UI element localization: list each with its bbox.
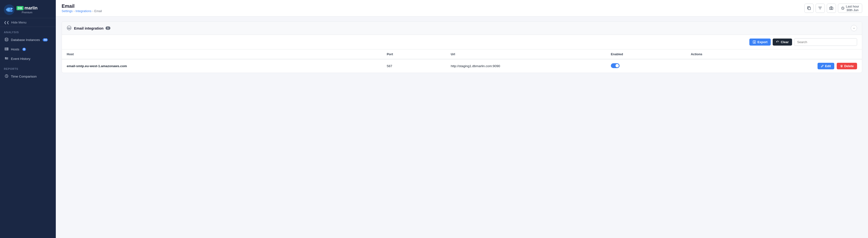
event-history-icon xyxy=(5,57,8,61)
breadcrumb-sep-1: › xyxy=(73,9,74,13)
cell-enabled xyxy=(606,59,686,73)
delete-label: Delete xyxy=(844,64,854,68)
svg-point-1 xyxy=(11,8,12,9)
svg-point-5 xyxy=(7,48,8,48)
panel-count-badge: 1 xyxy=(105,26,111,30)
chevron-left-icon: ❮❮ xyxy=(4,21,9,24)
svg-point-10 xyxy=(831,8,832,9)
sidebar-label-hosts: Hosts xyxy=(11,47,20,51)
filter-button[interactable] xyxy=(815,4,825,13)
premium-label: Premium xyxy=(17,11,38,14)
sidebar-item-hosts[interactable]: Hosts 8 xyxy=(0,44,56,54)
breadcrumb-sep-2: › xyxy=(92,9,93,13)
clear-button[interactable]: Clear xyxy=(773,38,792,45)
export-label: Export xyxy=(757,40,767,44)
database-instances-badge: 44 xyxy=(43,38,48,41)
enabled-toggle[interactable] xyxy=(611,63,620,68)
hide-menu-label: Hide Menu xyxy=(11,21,26,24)
col-header-host: Host xyxy=(62,49,382,59)
export-icon xyxy=(753,40,756,44)
topbar: Email Settings › Integrations › Email xyxy=(56,0,868,16)
panel-toolbar: Export Clear xyxy=(62,35,862,49)
svg-rect-8 xyxy=(808,7,810,10)
hosts-icon xyxy=(5,47,8,52)
topbar-actions: Last hour 30th Jun xyxy=(804,4,862,13)
search-input[interactable] xyxy=(794,38,857,46)
camera-icon xyxy=(829,6,833,10)
copy-icon xyxy=(807,6,811,10)
panel-header: Email integration 1 − xyxy=(62,22,862,35)
db-badge: DB xyxy=(17,6,24,10)
collapse-panel-button[interactable]: − xyxy=(851,25,857,31)
sidebar-item-time-comparison[interactable]: Time Comparison xyxy=(0,72,56,81)
filter-icon xyxy=(818,6,822,10)
col-header-actions: Actions xyxy=(686,49,862,59)
sidebar-label-time-comparison: Time Comparison xyxy=(11,75,37,78)
breadcrumb: Settings › Integrations › Email xyxy=(62,9,102,13)
logo-fish-icon xyxy=(4,4,14,15)
clock-icon xyxy=(841,6,844,10)
logo-text: DB marlin Premium xyxy=(17,6,38,14)
panel-title-text: Email integration xyxy=(74,26,103,30)
edit-label: Edit xyxy=(825,64,831,68)
breadcrumb-integrations[interactable]: Integrations xyxy=(75,9,91,13)
hide-menu-button[interactable]: ❮❮ Hide Menu xyxy=(0,18,56,27)
sidebar: DB marlin Premium ❮❮ Hide Menu ANALYSIS … xyxy=(0,0,56,238)
time-range-button[interactable]: Last hour 30th Jun xyxy=(838,4,862,13)
db-instances-icon xyxy=(5,38,8,42)
panel-header-left: Email integration 1 xyxy=(67,26,111,31)
page-title: Email xyxy=(62,3,102,9)
time-range-label: Last hour 30th Jun xyxy=(846,5,859,12)
refresh-icon xyxy=(776,40,779,44)
host-value: email-smtp.eu-west-1.amazonaws.com xyxy=(67,64,127,68)
copy-button[interactable] xyxy=(804,4,814,13)
delete-button[interactable]: Delete xyxy=(837,63,857,69)
cell-url: http://staging1.dbmarlin.com:9090 xyxy=(446,59,606,73)
svg-point-2 xyxy=(5,38,8,39)
content-area: Email integration 1 − Export Clear xyxy=(56,16,868,238)
trash-icon xyxy=(840,65,843,68)
cell-actions: Edit Delete xyxy=(686,59,862,73)
email-integration-panel: Email integration 1 − Export Clear xyxy=(62,21,862,73)
email-integrations-table: Host Port Url Enabled Actions email-smtp… xyxy=(62,49,862,73)
topbar-left: Email Settings › Integrations › Email xyxy=(62,3,102,13)
sidebar-label-event-history: Event History xyxy=(11,57,30,61)
col-header-enabled: Enabled xyxy=(606,49,686,59)
export-button[interactable]: Export xyxy=(749,38,771,45)
main-content: Email Settings › Integrations › Email xyxy=(56,0,868,238)
svg-point-6 xyxy=(7,49,8,50)
cell-port: 587 xyxy=(382,59,446,73)
edit-icon xyxy=(821,65,824,68)
breadcrumb-settings[interactable]: Settings xyxy=(62,9,72,13)
reports-section-label: REPORTS xyxy=(0,64,56,72)
sidebar-label-database-instances: Database Instances xyxy=(11,38,40,42)
svg-point-12 xyxy=(67,26,71,30)
breadcrumb-current: Email xyxy=(94,9,102,13)
table-row: email-smtp.eu-west-1.amazonaws.com 587 h… xyxy=(62,59,862,73)
col-header-url: Url xyxy=(446,49,606,59)
sidebar-item-event-history[interactable]: Event History xyxy=(0,54,56,64)
camera-button[interactable] xyxy=(827,4,836,13)
edit-button[interactable]: Edit xyxy=(817,63,835,69)
panel-title: Email integration 1 xyxy=(74,26,111,30)
sidebar-logo: DB marlin Premium xyxy=(0,0,56,18)
marlin-text: marlin xyxy=(25,6,38,11)
hosts-badge: 8 xyxy=(22,48,26,51)
col-header-port: Port xyxy=(382,49,446,59)
analysis-section-label: ANALYSIS xyxy=(0,27,56,35)
time-comparison-icon xyxy=(5,74,8,79)
cell-host: email-smtp.eu-west-1.amazonaws.com xyxy=(62,59,382,73)
email-panel-icon xyxy=(67,26,71,31)
sidebar-item-database-instances[interactable]: Database Instances 44 xyxy=(0,35,56,44)
clear-label: Clear xyxy=(781,40,789,44)
